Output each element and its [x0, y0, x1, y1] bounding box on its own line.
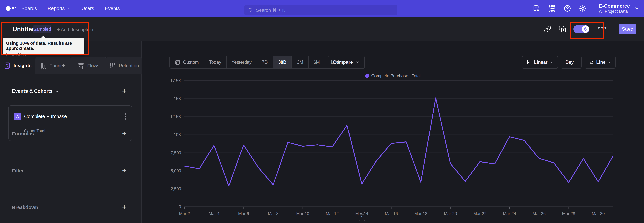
- tab-retention[interactable]: Retention: [106, 57, 142, 74]
- grid-icon: [548, 5, 556, 12]
- x-axis-label: Mar 24: [503, 211, 516, 215]
- add-formula-button[interactable]: +: [122, 130, 126, 137]
- linear-axis-icon: [526, 59, 531, 65]
- search-input[interactable]: Search ⌘ + K: [244, 5, 398, 15]
- compare-dropdown[interactable]: Compare: [328, 56, 365, 69]
- scale-dropdown[interactable]: Linear: [522, 56, 558, 69]
- range-today[interactable]: Today: [204, 56, 226, 68]
- nav-icon-cluster: E-Commerce All Project Data: [529, 0, 644, 17]
- nav-item-reports[interactable]: Reports: [48, 6, 71, 11]
- chevron-down-icon: [608, 60, 611, 64]
- x-axis-label: Mar 2: [179, 211, 190, 215]
- tab-label: Flows: [87, 63, 100, 68]
- search-placeholder: Search ⌘ + K: [256, 8, 285, 13]
- x-axis-label: Mar 6: [238, 211, 249, 215]
- events-cohorts-header[interactable]: Events & Cohorts: [12, 88, 59, 94]
- learn-more-link[interactable]: Learn More: [6, 52, 28, 57]
- range-custom[interactable]: Custom: [170, 56, 204, 68]
- x-axis-label: Mar 10: [296, 211, 309, 215]
- events-cohorts-label: Events & Cohorts: [12, 88, 53, 94]
- x-axis-label: Mar 28: [562, 211, 575, 215]
- nav-links: Boards Reports Users Events: [22, 0, 120, 17]
- range-label: Yesterday: [232, 60, 252, 65]
- chevron-down-icon: [576, 60, 577, 64]
- tab-insights[interactable]: Insights: [0, 57, 36, 74]
- range-label: Custom: [183, 60, 199, 65]
- range-7d[interactable]: 7D: [257, 56, 273, 68]
- add-breakdown-button[interactable]: +: [122, 204, 126, 210]
- chart-legend[interactable]: Complete Purchase - Total: [366, 73, 420, 78]
- x-axis-label: Mar 16: [385, 211, 398, 215]
- x-axis-label: Mar 4: [209, 211, 219, 215]
- y-axis-label: 17.5K: [170, 79, 181, 83]
- lightning-icon: [583, 27, 588, 31]
- chevron-down-icon: [355, 60, 360, 64]
- nav-item-boards[interactable]: Boards: [22, 6, 37, 11]
- data-management-button[interactable]: [529, 0, 544, 17]
- funnels-icon: [40, 62, 47, 69]
- apps-grid-button[interactable]: [544, 0, 560, 17]
- series-letter-badge: A: [14, 113, 22, 121]
- help-button[interactable]: [560, 0, 575, 17]
- chart-type-dropdown[interactable]: Line: [585, 56, 616, 69]
- x-axis-label: Mar 8: [268, 211, 278, 215]
- question-circle-icon: [564, 5, 571, 12]
- x-axis-label: Mar 26: [532, 211, 546, 215]
- nav-item-users[interactable]: Users: [81, 6, 94, 11]
- report-title[interactable]: Untitled: [12, 26, 36, 33]
- more-menu-button[interactable]: •••: [598, 26, 608, 32]
- sampling-tooltip: Using 10% of data. Results are approxima…: [3, 38, 84, 54]
- nav-item-events[interactable]: Events: [105, 6, 120, 11]
- project-switcher[interactable]: E-Commerce All Project Data: [599, 3, 639, 14]
- add-event-button[interactable]: +: [122, 88, 126, 94]
- x-axis-label: Mar 12: [326, 211, 339, 215]
- project-scope: All Project Data: [599, 9, 630, 14]
- event-options-button[interactable]: [124, 113, 127, 121]
- range-label: Today: [209, 60, 221, 65]
- tab-label: Insights: [14, 63, 31, 68]
- y-axis-label: 10K: [174, 132, 181, 137]
- range-6m[interactable]: 6M: [308, 56, 325, 68]
- toggle-thumb: [582, 25, 589, 33]
- insights-icon: [4, 62, 11, 69]
- range-label: 7D: [262, 60, 268, 65]
- tab-flows[interactable]: Flows: [71, 57, 106, 74]
- line-chart-icon: [589, 59, 594, 65]
- retention-icon: [109, 62, 116, 69]
- share-link-icon[interactable]: [544, 25, 551, 33]
- y-axis-label: 12.5K: [170, 114, 181, 119]
- chart-type-label: Line: [596, 60, 606, 65]
- chart-canvas: 02,5005,0007,50010K12.5K15K17.5KMar 2Mar…: [161, 79, 617, 215]
- formulas-header: Formulas: [12, 131, 34, 137]
- add-filter-button[interactable]: +: [122, 167, 126, 174]
- chevron-down-icon: [550, 60, 553, 64]
- date-range-selector: Custom Today Yesterday 7D 30D 3M 6M 12M: [170, 56, 344, 69]
- settings-button[interactable]: [575, 0, 590, 17]
- tab-label: Funnels: [50, 63, 66, 68]
- chart-page-button[interactable]: 1: [358, 214, 365, 221]
- sampled-badge[interactable]: Sampled: [33, 25, 51, 33]
- add-description-button[interactable]: + Add description...: [57, 27, 97, 32]
- mixpanel-logo-icon[interactable]: [6, 0, 16, 17]
- tooltip-text: Using 10% of data. Results are approxima…: [6, 41, 81, 51]
- save-button[interactable]: Save: [619, 24, 636, 34]
- y-axis-label: 15K: [174, 96, 181, 101]
- sampling-toggle[interactable]: [574, 25, 590, 33]
- x-axis-label: Mar 22: [474, 211, 486, 215]
- granularity-dropdown[interactable]: Day: [561, 56, 582, 69]
- chevron-down-icon: [66, 6, 70, 11]
- range-3m[interactable]: 3M: [292, 56, 308, 68]
- y-axis-label: 7,500: [170, 150, 181, 155]
- compare-label: Compare: [333, 60, 353, 65]
- x-axis-label: Mar 18: [414, 211, 428, 215]
- scale-label: Linear: [534, 60, 548, 65]
- legend-swatch: [366, 74, 369, 78]
- range-30d-active[interactable]: 30D: [273, 56, 292, 68]
- report-actions: ••• Save: [544, 17, 644, 41]
- tab-funnels[interactable]: Funnels: [36, 57, 71, 74]
- add-to-board-icon[interactable]: [559, 25, 566, 33]
- gear-icon: [579, 5, 587, 12]
- nav-item-label: Reports: [48, 6, 65, 11]
- report-type-tabs: Insights Funnels Flows Retent: [0, 57, 142, 74]
- range-yesterday[interactable]: Yesterday: [226, 56, 257, 68]
